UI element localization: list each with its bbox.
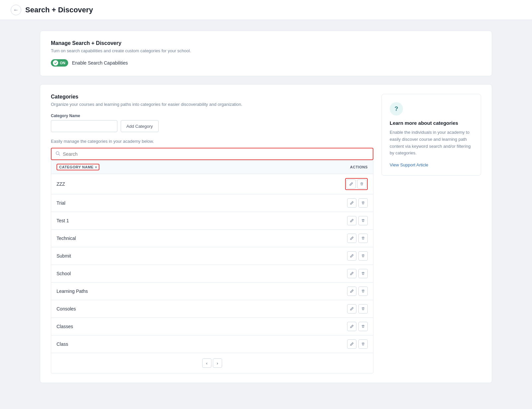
action-buttons [334,178,368,190]
category-name-cell: Submit [57,253,334,259]
helper-text: Easily manage the categories in your aca… [51,139,373,144]
svg-line-1 [59,154,60,156]
action-buttons [334,251,368,261]
help-card-text: Enable the individuals in your academy t… [390,129,473,157]
table-row: Technical [51,230,373,247]
category-name-cell: Trial [57,200,334,206]
action-buttons [334,287,368,296]
prev-page-button[interactable]: ‹ [202,358,211,368]
edit-button[interactable] [347,251,356,261]
edit-button[interactable] [347,287,356,296]
category-name-cell: ZZZ [57,181,334,187]
manage-card-title: Manage Search + Discovery [51,40,481,46]
categories-main: Categories Organize your courses and lea… [51,94,373,373]
categories-section-subtitle: Organize your courses and learning paths… [51,102,373,107]
page-title: Search + Discovery [25,6,93,14]
table-row: Class [51,335,373,353]
help-card: ? Learn more about categories Enable the… [381,94,481,176]
delete-button[interactable] [358,339,368,349]
action-buttons [334,269,368,278]
category-name-input[interactable] [51,120,117,132]
view-support-article-link[interactable]: View Support Article [390,162,428,167]
edit-button[interactable] [347,339,356,349]
delete-button[interactable] [358,251,368,261]
table-row: School [51,265,373,283]
action-buttons [334,322,368,331]
delete-button[interactable] [357,179,366,189]
table-row: Classes [51,318,373,335]
category-name-cell: Technical [57,236,334,241]
category-name-cell: Classes [57,324,334,329]
category-name-cell: Consoles [57,306,334,311]
table-header: CATEGORY NAME ▾ ACTIONS [51,160,373,174]
add-category-row: Add Category [51,120,373,132]
edit-button[interactable] [347,198,356,208]
search-box-container [51,148,373,160]
manage-card: Manage Search + Discovery Turn on search… [40,31,492,76]
category-name-cell: Test 1 [57,218,334,223]
edit-button[interactable] [347,216,356,225]
delete-button[interactable] [358,322,368,331]
table-row: Consoles [51,300,373,318]
search-box [52,149,372,159]
col-actions: ACTIONS [334,165,368,169]
edit-button[interactable] [347,322,356,331]
delete-button[interactable] [358,269,368,278]
delete-button[interactable] [358,304,368,313]
back-arrow-icon: ← [13,7,19,13]
category-name-cell: School [57,271,334,276]
help-card-title: Learn more about categories [390,120,473,126]
action-buttons [334,216,368,225]
categories-table: CATEGORY NAME ▾ ACTIONS ZZZ [51,160,373,373]
table-row: Trial [51,194,373,212]
edit-button[interactable] [347,234,356,243]
categories-section-title: Categories [51,94,373,100]
manage-card-subtitle: Turn on search capabilities and create c… [51,48,481,53]
enable-search-toggle[interactable]: ON [51,59,68,67]
toggle-check-icon [53,60,58,66]
table-row: Test 1 [51,212,373,230]
help-icon-circle: ? [390,102,403,115]
toggle-label: Enable Search Capabilities [72,60,128,66]
category-search-input[interactable] [63,151,369,157]
action-buttons [334,234,368,243]
back-button[interactable]: ← [11,5,21,15]
sort-icon: ▾ [95,165,97,169]
category-name-label: Category Name [51,113,373,118]
action-buttons [334,339,368,349]
actions-highlight [345,178,368,190]
col-name: CATEGORY NAME ▾ [57,164,334,170]
col-actions-header: ACTIONS [334,165,368,169]
delete-button[interactable] [358,216,368,225]
action-buttons [334,304,368,313]
table-row: Submit [51,247,373,265]
help-sidebar: ? Learn more about categories Enable the… [381,94,481,373]
pagination: ‹ › [51,353,373,373]
delete-button[interactable] [358,287,368,296]
table-row: Learning Paths [51,283,373,300]
add-category-button[interactable]: Add Category [121,120,159,132]
categories-card: Categories Organize your courses and lea… [40,84,492,383]
category-name-cell: Learning Paths [57,289,334,294]
search-icon [56,151,60,157]
next-page-button[interactable]: › [213,358,222,368]
question-mark-icon: ? [395,105,398,112]
edit-button[interactable] [346,179,356,189]
delete-button[interactable] [358,234,368,243]
action-buttons [334,198,368,208]
category-name-cell: Class [57,341,334,347]
delete-button[interactable] [358,198,368,208]
edit-button[interactable] [347,304,356,313]
edit-button[interactable] [347,269,356,278]
toggle-on-label: ON [60,61,66,65]
table-row: ZZZ [51,174,373,194]
toggle-row: ON Enable Search Capabilities [51,59,481,67]
col-category-name-header: CATEGORY NAME ▾ [59,165,97,169]
